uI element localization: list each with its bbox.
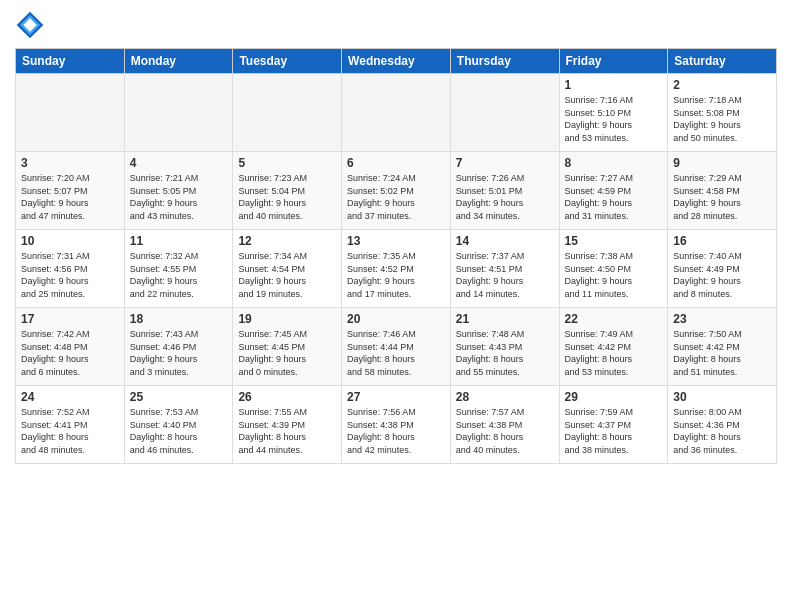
- day-info: Sunrise: 7:31 AM Sunset: 4:56 PM Dayligh…: [21, 250, 119, 300]
- day-number: 15: [565, 234, 663, 248]
- calendar-header: SundayMondayTuesdayWednesdayThursdayFrid…: [16, 49, 777, 74]
- calendar-cell: 25Sunrise: 7:53 AM Sunset: 4:40 PM Dayli…: [124, 386, 233, 464]
- calendar-cell: 26Sunrise: 7:55 AM Sunset: 4:39 PM Dayli…: [233, 386, 342, 464]
- day-info: Sunrise: 7:45 AM Sunset: 4:45 PM Dayligh…: [238, 328, 336, 378]
- calendar-cell: 11Sunrise: 7:32 AM Sunset: 4:55 PM Dayli…: [124, 230, 233, 308]
- day-number: 16: [673, 234, 771, 248]
- day-number: 14: [456, 234, 554, 248]
- calendar-cell: 18Sunrise: 7:43 AM Sunset: 4:46 PM Dayli…: [124, 308, 233, 386]
- day-number: 11: [130, 234, 228, 248]
- calendar-cell: 19Sunrise: 7:45 AM Sunset: 4:45 PM Dayli…: [233, 308, 342, 386]
- day-info: Sunrise: 7:29 AM Sunset: 4:58 PM Dayligh…: [673, 172, 771, 222]
- day-info: Sunrise: 7:42 AM Sunset: 4:48 PM Dayligh…: [21, 328, 119, 378]
- weekday-row: SundayMondayTuesdayWednesdayThursdayFrid…: [16, 49, 777, 74]
- weekday-header: Monday: [124, 49, 233, 74]
- day-info: Sunrise: 7:38 AM Sunset: 4:50 PM Dayligh…: [565, 250, 663, 300]
- day-number: 5: [238, 156, 336, 170]
- day-number: 24: [21, 390, 119, 404]
- logo-icon: [15, 10, 45, 40]
- day-number: 28: [456, 390, 554, 404]
- calendar-cell: 9Sunrise: 7:29 AM Sunset: 4:58 PM Daylig…: [668, 152, 777, 230]
- day-info: Sunrise: 7:56 AM Sunset: 4:38 PM Dayligh…: [347, 406, 445, 456]
- calendar-cell: 8Sunrise: 7:27 AM Sunset: 4:59 PM Daylig…: [559, 152, 668, 230]
- calendar: SundayMondayTuesdayWednesdayThursdayFrid…: [15, 48, 777, 464]
- day-info: Sunrise: 7:20 AM Sunset: 5:07 PM Dayligh…: [21, 172, 119, 222]
- day-number: 26: [238, 390, 336, 404]
- day-info: Sunrise: 7:59 AM Sunset: 4:37 PM Dayligh…: [565, 406, 663, 456]
- day-info: Sunrise: 7:49 AM Sunset: 4:42 PM Dayligh…: [565, 328, 663, 378]
- day-number: 27: [347, 390, 445, 404]
- calendar-cell: 3Sunrise: 7:20 AM Sunset: 5:07 PM Daylig…: [16, 152, 125, 230]
- calendar-cell: 7Sunrise: 7:26 AM Sunset: 5:01 PM Daylig…: [450, 152, 559, 230]
- day-info: Sunrise: 7:52 AM Sunset: 4:41 PM Dayligh…: [21, 406, 119, 456]
- day-number: 21: [456, 312, 554, 326]
- day-number: 3: [21, 156, 119, 170]
- weekday-header: Sunday: [16, 49, 125, 74]
- calendar-week-row: 1Sunrise: 7:16 AM Sunset: 5:10 PM Daylig…: [16, 74, 777, 152]
- day-number: 12: [238, 234, 336, 248]
- day-number: 7: [456, 156, 554, 170]
- day-info: Sunrise: 8:00 AM Sunset: 4:36 PM Dayligh…: [673, 406, 771, 456]
- calendar-cell: 22Sunrise: 7:49 AM Sunset: 4:42 PM Dayli…: [559, 308, 668, 386]
- calendar-cell: 13Sunrise: 7:35 AM Sunset: 4:52 PM Dayli…: [342, 230, 451, 308]
- header: [15, 10, 777, 40]
- day-number: 20: [347, 312, 445, 326]
- calendar-cell: 17Sunrise: 7:42 AM Sunset: 4:48 PM Dayli…: [16, 308, 125, 386]
- calendar-cell: [450, 74, 559, 152]
- calendar-week-row: 3Sunrise: 7:20 AM Sunset: 5:07 PM Daylig…: [16, 152, 777, 230]
- day-number: 13: [347, 234, 445, 248]
- day-info: Sunrise: 7:34 AM Sunset: 4:54 PM Dayligh…: [238, 250, 336, 300]
- calendar-week-row: 10Sunrise: 7:31 AM Sunset: 4:56 PM Dayli…: [16, 230, 777, 308]
- day-info: Sunrise: 7:23 AM Sunset: 5:04 PM Dayligh…: [238, 172, 336, 222]
- day-number: 2: [673, 78, 771, 92]
- day-info: Sunrise: 7:24 AM Sunset: 5:02 PM Dayligh…: [347, 172, 445, 222]
- calendar-cell: 24Sunrise: 7:52 AM Sunset: 4:41 PM Dayli…: [16, 386, 125, 464]
- calendar-cell: 6Sunrise: 7:24 AM Sunset: 5:02 PM Daylig…: [342, 152, 451, 230]
- day-number: 29: [565, 390, 663, 404]
- calendar-cell: [233, 74, 342, 152]
- day-number: 25: [130, 390, 228, 404]
- calendar-cell: 4Sunrise: 7:21 AM Sunset: 5:05 PM Daylig…: [124, 152, 233, 230]
- day-number: 22: [565, 312, 663, 326]
- day-number: 30: [673, 390, 771, 404]
- calendar-cell: 1Sunrise: 7:16 AM Sunset: 5:10 PM Daylig…: [559, 74, 668, 152]
- calendar-cell: 21Sunrise: 7:48 AM Sunset: 4:43 PM Dayli…: [450, 308, 559, 386]
- calendar-cell: 23Sunrise: 7:50 AM Sunset: 4:42 PM Dayli…: [668, 308, 777, 386]
- day-info: Sunrise: 7:16 AM Sunset: 5:10 PM Dayligh…: [565, 94, 663, 144]
- day-info: Sunrise: 7:32 AM Sunset: 4:55 PM Dayligh…: [130, 250, 228, 300]
- day-number: 6: [347, 156, 445, 170]
- day-number: 4: [130, 156, 228, 170]
- weekday-header: Wednesday: [342, 49, 451, 74]
- day-number: 18: [130, 312, 228, 326]
- calendar-cell: [342, 74, 451, 152]
- day-info: Sunrise: 7:35 AM Sunset: 4:52 PM Dayligh…: [347, 250, 445, 300]
- day-number: 8: [565, 156, 663, 170]
- day-info: Sunrise: 7:27 AM Sunset: 4:59 PM Dayligh…: [565, 172, 663, 222]
- day-info: Sunrise: 7:43 AM Sunset: 4:46 PM Dayligh…: [130, 328, 228, 378]
- day-info: Sunrise: 7:40 AM Sunset: 4:49 PM Dayligh…: [673, 250, 771, 300]
- day-info: Sunrise: 7:18 AM Sunset: 5:08 PM Dayligh…: [673, 94, 771, 144]
- calendar-cell: 2Sunrise: 7:18 AM Sunset: 5:08 PM Daylig…: [668, 74, 777, 152]
- calendar-cell: 27Sunrise: 7:56 AM Sunset: 4:38 PM Dayli…: [342, 386, 451, 464]
- calendar-week-row: 17Sunrise: 7:42 AM Sunset: 4:48 PM Dayli…: [16, 308, 777, 386]
- weekday-header: Saturday: [668, 49, 777, 74]
- day-info: Sunrise: 7:46 AM Sunset: 4:44 PM Dayligh…: [347, 328, 445, 378]
- calendar-cell: 29Sunrise: 7:59 AM Sunset: 4:37 PM Dayli…: [559, 386, 668, 464]
- calendar-cell: 28Sunrise: 7:57 AM Sunset: 4:38 PM Dayli…: [450, 386, 559, 464]
- day-number: 10: [21, 234, 119, 248]
- day-number: 9: [673, 156, 771, 170]
- day-number: 23: [673, 312, 771, 326]
- page: SundayMondayTuesdayWednesdayThursdayFrid…: [0, 0, 792, 612]
- day-info: Sunrise: 7:53 AM Sunset: 4:40 PM Dayligh…: [130, 406, 228, 456]
- day-number: 1: [565, 78, 663, 92]
- calendar-body: 1Sunrise: 7:16 AM Sunset: 5:10 PM Daylig…: [16, 74, 777, 464]
- day-number: 17: [21, 312, 119, 326]
- day-info: Sunrise: 7:26 AM Sunset: 5:01 PM Dayligh…: [456, 172, 554, 222]
- weekday-header: Thursday: [450, 49, 559, 74]
- calendar-cell: 5Sunrise: 7:23 AM Sunset: 5:04 PM Daylig…: [233, 152, 342, 230]
- calendar-cell: 16Sunrise: 7:40 AM Sunset: 4:49 PM Dayli…: [668, 230, 777, 308]
- calendar-cell: 14Sunrise: 7:37 AM Sunset: 4:51 PM Dayli…: [450, 230, 559, 308]
- day-info: Sunrise: 7:50 AM Sunset: 4:42 PM Dayligh…: [673, 328, 771, 378]
- calendar-cell: 10Sunrise: 7:31 AM Sunset: 4:56 PM Dayli…: [16, 230, 125, 308]
- calendar-cell: 30Sunrise: 8:00 AM Sunset: 4:36 PM Dayli…: [668, 386, 777, 464]
